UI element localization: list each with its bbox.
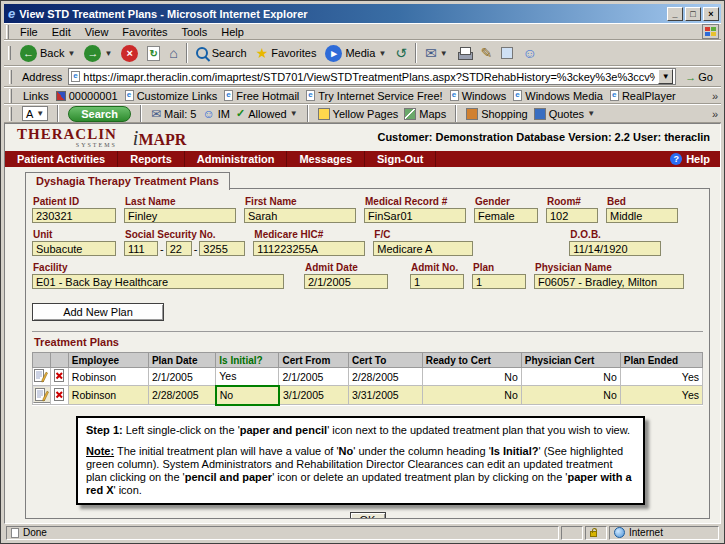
nav-reports[interactable]: Reports <box>118 151 185 167</box>
maps-button[interactable]: Maps <box>404 108 446 120</box>
ok-button[interactable]: OK <box>350 512 386 520</box>
link-item[interactable]: Customize Links <box>125 90 218 102</box>
tab-treatment-plans[interactable]: Dyshagia Therapy Treatment Plans <box>25 172 230 190</box>
cell-is_initial: Yes <box>216 368 279 386</box>
toolbar-grip[interactable] <box>6 25 9 39</box>
companion-im-button[interactable]: ☺IM <box>202 108 230 120</box>
menu-help[interactable]: Help <box>214 25 251 39</box>
yellow-pages-button[interactable]: Yellow Pages <box>318 108 399 120</box>
field-label: Last Name <box>125 196 236 207</box>
cell-is_initial: No <box>216 386 279 405</box>
field-first-name: First NameSarah <box>244 196 356 223</box>
last-name-value: Finley <box>124 208 236 223</box>
nav-patient-activities[interactable]: Patient Activities <box>5 151 118 167</box>
companion-mail-button[interactable]: ✉Mail: 5 <box>151 108 196 120</box>
delete-plan-cell[interactable] <box>50 386 68 405</box>
search-button[interactable]: Search <box>192 45 251 62</box>
back-button[interactable]: ← Back ▼ <box>16 43 79 64</box>
paper-with-red-x-icon[interactable] <box>51 387 67 402</box>
media-button[interactable]: ▸ Media ▼ <box>321 43 390 64</box>
link-item[interactable]: 00000001 <box>56 90 118 102</box>
companion-overflow-icon[interactable]: » <box>712 108 718 120</box>
edit-plan-cell[interactable] <box>33 368 51 386</box>
field-label: Admit Date <box>305 262 388 273</box>
shopping-icon <box>466 108 478 120</box>
close-button[interactable]: × <box>703 7 719 21</box>
menu-file[interactable]: File <box>13 25 45 39</box>
toolbar-grip[interactable] <box>9 70 12 84</box>
address-url[interactable]: https://imapr.theraclin.com/imaprtest/ST… <box>83 71 655 83</box>
paper-and-pencil-icon[interactable] <box>33 368 49 383</box>
link-item[interactable]: Try Internet Service Free! <box>306 90 442 102</box>
allowed-dropdown-icon[interactable]: ▼ <box>290 109 298 118</box>
paper-and-pencil-icon[interactable] <box>33 386 50 403</box>
treatment-plan-row: Robinson2/28/2005No3/1/20053/31/2005NoNo… <box>33 386 703 405</box>
font-size-dropdown-icon[interactable]: ▼ <box>36 109 44 118</box>
minimize-button[interactable]: _ <box>667 7 683 21</box>
page-icon <box>71 71 80 82</box>
forward-dropdown-icon[interactable]: ▼ <box>104 49 112 58</box>
nav-help[interactable]: ? Help <box>670 153 720 165</box>
quotes-button[interactable]: Quotes▼ <box>534 108 595 120</box>
links-overflow-icon[interactable]: » <box>712 90 718 102</box>
field-facility: FacilityE01 - Back Bay Healthcare <box>32 262 284 289</box>
address-input[interactable]: https://imapr.theraclin.com/imaprtest/ST… <box>68 68 676 85</box>
first-name-value: Sarah <box>244 208 356 223</box>
stop-button[interactable]: × <box>117 43 142 64</box>
treatment-plans-table: Employee Plan Date Is Initial? Cert From… <box>32 352 703 406</box>
media-dropdown-icon[interactable]: ▼ <box>378 49 386 58</box>
edit-plan-cell[interactable] <box>33 386 51 405</box>
field-label: D.O.B. <box>570 229 661 240</box>
link-label: RealPlayer <box>622 90 676 102</box>
nav-sign-out[interactable]: Sign-Out <box>365 151 436 167</box>
quotes-dropdown-icon[interactable]: ▼ <box>587 109 595 118</box>
go-label: Go <box>698 71 713 83</box>
admit-no-value: 1 <box>410 274 464 289</box>
menu-view[interactable]: View <box>78 25 116 39</box>
menu-edit[interactable]: Edit <box>45 25 78 39</box>
delete-plan-cell[interactable] <box>50 368 68 386</box>
restore-button[interactable]: □ <box>685 7 701 21</box>
discuss-button[interactable] <box>497 45 517 61</box>
link-item[interactable]: Windows Media <box>513 90 603 102</box>
menu-tools[interactable]: Tools <box>175 25 215 39</box>
menu-favorites[interactable]: Favorites <box>115 25 174 39</box>
edit-button[interactable]: ✎ <box>477 44 497 62</box>
favorites-star-icon: ★ <box>256 46 269 60</box>
mail-button[interactable]: ✉ ▼ <box>421 44 452 62</box>
back-dropdown-icon[interactable]: ▼ <box>67 49 75 58</box>
paper-with-red-x-icon[interactable] <box>51 368 67 383</box>
messenger-button[interactable]: ☺ <box>518 44 540 62</box>
shopping-button[interactable]: Shopping <box>466 108 528 120</box>
font-size-button[interactable]: A ▼ <box>22 106 48 121</box>
go-button[interactable]: → Go <box>680 70 718 84</box>
link-item[interactable]: Windows <box>450 90 507 102</box>
link-item[interactable]: Free Hotmail <box>224 90 299 102</box>
toolbar-grip[interactable] <box>8 46 11 60</box>
companion-search-button[interactable]: Search <box>68 106 131 122</box>
toolbar-grip[interactable] <box>9 107 12 121</box>
links-bar: Links 00000001 Customize Links Free Hotm… <box>4 87 721 104</box>
ie-logo-icon: e <box>8 7 15 20</box>
field-medicare-hic: Medicare HIC#111223255A <box>253 229 365 256</box>
nav-administration[interactable]: Administration <box>185 151 288 167</box>
favorites-button[interactable]: ★ Favorites <box>252 44 321 62</box>
field-admit-date: Admit Date2/1/2005 <box>304 262 388 289</box>
forward-button[interactable]: → ▼ <box>80 43 116 64</box>
toolbar-grip[interactable] <box>9 89 12 103</box>
history-button[interactable]: ↺ <box>391 44 411 62</box>
address-dropdown-icon[interactable]: ▼ <box>658 69 673 84</box>
medicare-hic-value: 111223255A <box>253 241 365 256</box>
cell-cert_to: 3/31/2005 <box>349 386 423 405</box>
cell-cert_from: 2/1/2005 <box>279 368 349 386</box>
add-new-plan-button[interactable]: Add New Plan <box>32 303 164 321</box>
link-label: 00000001 <box>69 90 118 102</box>
bed-value: Middle <box>606 208 678 223</box>
home-button[interactable]: ⌂ <box>165 44 181 62</box>
nav-messages[interactable]: Messages <box>287 151 365 167</box>
link-item[interactable]: RealPlayer <box>610 90 676 102</box>
companion-allowed-button[interactable]: ✓Allowed▼ <box>236 107 298 120</box>
print-button[interactable] <box>453 45 476 61</box>
mail-dropdown-icon[interactable]: ▼ <box>440 49 448 58</box>
refresh-button[interactable]: ↻ <box>143 44 164 63</box>
